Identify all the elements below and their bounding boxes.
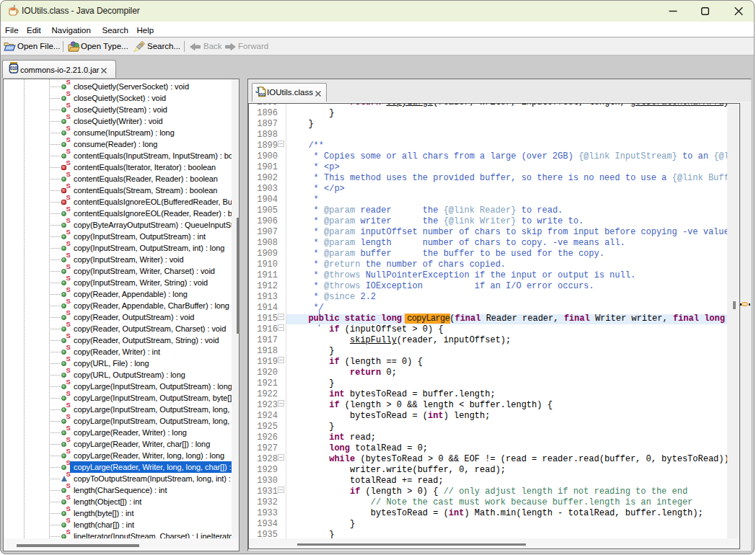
svg-text:010: 010	[10, 66, 18, 71]
svg-text:010: 010	[258, 92, 265, 97]
